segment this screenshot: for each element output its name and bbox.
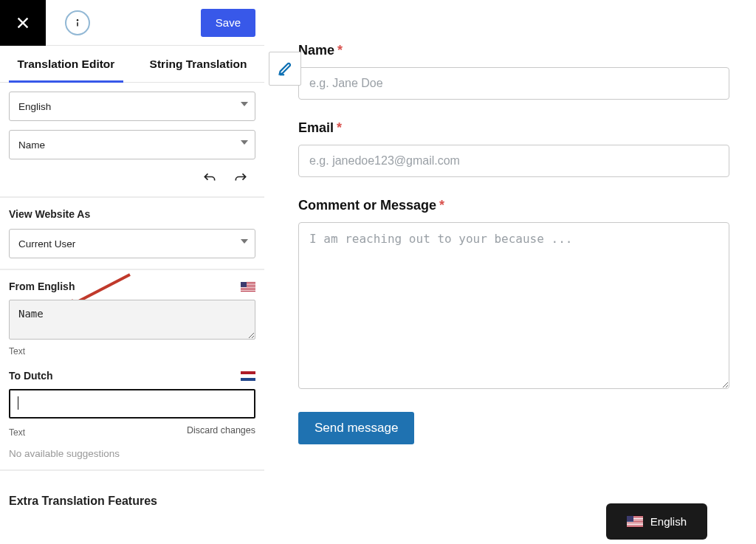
language-switcher[interactable]: English — [606, 503, 707, 540]
send-message-button[interactable]: Send message — [298, 412, 414, 444]
email-label-text: Email — [298, 120, 334, 135]
message-label-text: Comment or Message — [298, 198, 436, 213]
message-label: Comment or Message* — [298, 198, 729, 213]
email-label: Email* — [298, 120, 729, 136]
undo-button[interactable] — [202, 171, 217, 186]
flag-us-icon — [241, 282, 255, 292]
message-textarea[interactable] — [298, 222, 729, 389]
required-mark: * — [439, 198, 444, 213]
tab-translation-editor[interactable]: Translation Editor — [0, 46, 132, 82]
required-mark: * — [337, 120, 342, 135]
editor-header: Save — [0, 0, 264, 46]
form-field-email: Email* — [298, 120, 729, 177]
name-label: Name* — [298, 43, 729, 58]
redo-button[interactable] — [233, 171, 248, 186]
text-cursor — [18, 396, 18, 410]
source-text — [9, 300, 255, 340]
name-input[interactable] — [298, 67, 729, 100]
form-field-name: Name* — [298, 43, 729, 100]
source-type-label: Text — [9, 346, 255, 357]
translation-editor-panel: Save Translation Editor String Translati… — [0, 0, 264, 544]
target-input[interactable] — [9, 389, 255, 419]
pencil-icon — [277, 61, 293, 77]
preview-pane: Name* Email* Comment or Message* Send me… — [264, 0, 756, 544]
email-input[interactable] — [298, 145, 729, 177]
target-section: To Dutch Text Discard changes No availab… — [0, 367, 264, 469]
view-as-section: View Website As Current User — [0, 196, 264, 269]
target-label: To Dutch — [9, 370, 53, 382]
close-button[interactable] — [0, 0, 46, 46]
form-field-message: Comment or Message* — [298, 198, 729, 391]
redo-icon — [233, 171, 248, 186]
info-button[interactable] — [65, 10, 90, 35]
svg-point-0 — [77, 19, 78, 21]
source-section: From English Text — [0, 269, 264, 367]
language-select[interactable]: English — [9, 92, 255, 121]
view-as-select[interactable]: Current User — [9, 229, 255, 258]
language-switcher-label: English — [650, 515, 687, 528]
tabs: Translation Editor String Translation — [0, 46, 264, 83]
flag-us-icon — [627, 516, 643, 527]
view-as-label: View Website As — [9, 208, 255, 220]
flag-nl-icon — [241, 371, 255, 381]
suggestions-empty: No available suggestions — [9, 448, 255, 459]
info-icon — [71, 16, 84, 30]
extra-section: Extra Translation Features — [0, 469, 264, 515]
edit-field-button[interactable] — [269, 52, 301, 86]
undo-icon — [202, 171, 217, 186]
editor-body: English Name View Website As — [0, 83, 264, 544]
close-icon — [15, 15, 31, 31]
name-label-text: Name — [298, 43, 334, 58]
discard-changes-button[interactable]: Discard changes — [187, 425, 255, 435]
source-label: From English — [9, 280, 75, 292]
field-select[interactable]: Name — [9, 130, 255, 159]
save-button[interactable]: Save — [201, 9, 255, 37]
undo-redo-row — [9, 168, 255, 196]
required-mark: * — [337, 43, 343, 58]
target-type-label: Text — [9, 427, 25, 438]
extra-features-title: Extra Translation Features — [9, 481, 255, 515]
tab-string-translation[interactable]: String Translation — [132, 46, 264, 82]
